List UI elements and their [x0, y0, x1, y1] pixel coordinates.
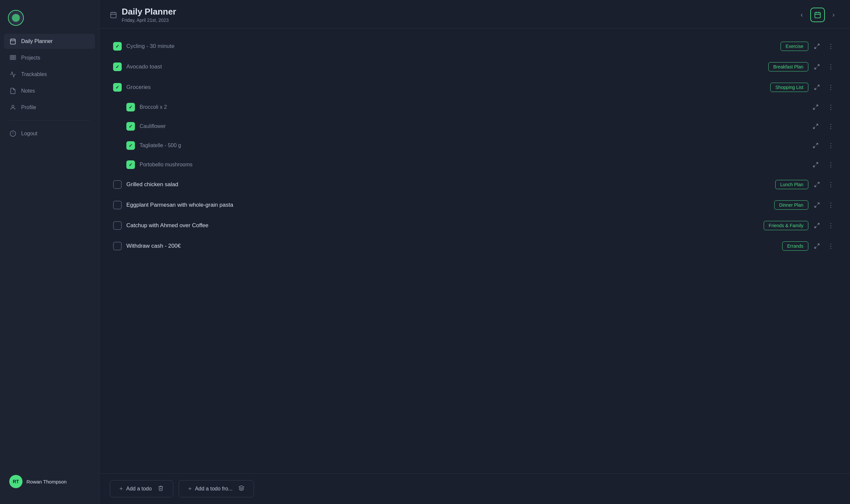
logo-area [0, 6, 99, 34]
add-todo-button[interactable]: + Add a todo [110, 480, 173, 498]
svg-rect-7 [10, 58, 12, 59]
expand-cycling[interactable] [812, 41, 822, 52]
expand-grilled-chicken[interactable] [812, 179, 822, 190]
sidebar: Daily Planner Projects Trackables [0, 0, 99, 504]
checkbox-withdraw[interactable] [113, 242, 122, 250]
groceries-sub-items: ✓ Broccoli x 2 ⋮ ✓ Cauliflower [110, 98, 839, 174]
more-withdraw[interactable]: ⋮ [826, 241, 836, 251]
todo-actions-withdraw: Errands ⋮ [782, 241, 836, 251]
sub-text-broccoli: Broccoli x 2 [140, 104, 806, 110]
sidebar-user-section: RT Rowan Thompson [0, 471, 99, 498]
sidebar-item-label: Projects [21, 55, 40, 61]
logout-button[interactable]: Logout [4, 126, 95, 141]
more-broccoli[interactable]: ⋮ [826, 102, 836, 112]
checkmark-icon: ✓ [115, 64, 120, 69]
sub-text-portobello: Portobello mushrooms [140, 162, 806, 168]
checkbox-portobello[interactable]: ✓ [126, 160, 135, 169]
checkmark-icon: ✓ [129, 105, 133, 110]
svg-rect-6 [14, 56, 16, 57]
svg-line-30 [816, 124, 818, 126]
add-from-button[interactable]: + Add a todo fro... [179, 480, 254, 498]
add-from-label: Add a todo fro... [195, 486, 233, 492]
sidebar-item-daily-planner[interactable]: Daily Planner [4, 34, 95, 49]
header-date: Friday, April 21st, 2023 [122, 18, 176, 23]
expand-groceries[interactable] [812, 82, 822, 93]
sub-text-tagliatelle: Tagliatelle - 500 g [140, 143, 806, 148]
more-grilled-chicken[interactable]: ⋮ [826, 179, 836, 190]
todo-actions-avocado: Breakfast Plan ⋮ [768, 61, 836, 72]
sidebar-item-projects[interactable]: Projects [4, 50, 95, 66]
tag-dinner: Dinner Plan [774, 200, 808, 210]
expand-tagliatelle[interactable] [810, 140, 821, 151]
checkbox-cauliflower[interactable]: ✓ [126, 122, 135, 131]
todo-content: ✓ Cycling - 30 minute Exercise ⋮ ✓ [99, 29, 850, 473]
expand-catchup[interactable] [812, 220, 822, 231]
sub-item-portobello: ✓ Portobello mushrooms ⋮ [123, 156, 839, 174]
checkbox-cycling[interactable]: ✓ [113, 42, 122, 51]
sidebar-item-notes[interactable]: Notes [4, 83, 95, 98]
svg-rect-18 [815, 12, 820, 18]
more-groceries[interactable]: ⋮ [826, 82, 836, 93]
nav-divider [9, 120, 90, 121]
checkbox-avocado[interactable]: ✓ [113, 62, 122, 71]
svg-rect-5 [12, 56, 14, 57]
calendar-button[interactable] [810, 7, 825, 22]
header-left: Daily Planner Friday, April 21st, 2023 [110, 6, 176, 23]
user-profile: RT Rowan Thompson [4, 471, 95, 492]
prev-button[interactable]: ‹ [796, 9, 808, 21]
svg-line-27 [815, 88, 816, 90]
todo-item-groceries: ✓ Groceries Shopping List ⋮ [110, 77, 839, 97]
sidebar-item-trackables[interactable]: Trackables [4, 67, 95, 82]
expand-cauliflower[interactable] [810, 121, 821, 132]
next-button[interactable]: › [828, 9, 839, 21]
todo-item-cycling: ✓ Cycling - 30 minute Exercise ⋮ [110, 36, 839, 56]
checkbox-tagliatelle[interactable]: ✓ [126, 141, 135, 150]
more-cycling[interactable]: ⋮ [826, 41, 836, 52]
todo-text-eggplant: Eggplant Parmesan with whole-grain pasta [126, 202, 770, 208]
sidebar-item-label: Daily Planner [21, 38, 53, 44]
logout-icon [9, 130, 17, 137]
sidebar-item-label: Trackables [21, 71, 47, 77]
checkbox-groceries[interactable]: ✓ [113, 83, 122, 92]
more-tagliatelle[interactable]: ⋮ [826, 140, 836, 151]
checkmark-icon: ✓ [129, 162, 133, 167]
more-cauliflower[interactable]: ⋮ [826, 121, 836, 132]
expand-eggplant[interactable] [812, 200, 822, 210]
avatar: RT [9, 475, 22, 488]
more-avocado[interactable]: ⋮ [826, 61, 836, 72]
checkmark-icon: ✓ [129, 143, 133, 148]
checkbox-broccoli[interactable]: ✓ [126, 103, 135, 111]
sidebar-item-label: Notes [21, 88, 35, 94]
todo-text-avocado: Avocado toast [126, 64, 764, 70]
todo-item-grilled-chicken: Grilled chicken salad Lunch Plan ⋮ [110, 175, 839, 195]
svg-rect-0 [11, 39, 16, 44]
expand-withdraw[interactable] [812, 241, 822, 251]
more-eggplant[interactable]: ⋮ [826, 200, 836, 210]
todo-actions-eggplant: Dinner Plan ⋮ [774, 200, 836, 210]
checkbox-grilled-chicken[interactable] [113, 180, 122, 189]
checkbox-eggplant[interactable] [113, 201, 122, 209]
plus-icon-2: + [188, 485, 192, 492]
svg-line-33 [813, 146, 815, 148]
todo-item-eggplant: Eggplant Parmesan with whole-grain pasta… [110, 195, 839, 215]
svg-point-10 [12, 105, 14, 107]
todo-actions-catchup: Friends & Family ⋮ [764, 220, 836, 231]
checkbox-catchup[interactable] [113, 221, 122, 230]
svg-line-41 [815, 226, 816, 228]
notes-icon [9, 87, 17, 94]
expand-portobello[interactable] [810, 159, 821, 170]
sub-item-broccoli: ✓ Broccoli x 2 ⋮ [123, 98, 839, 116]
tag-exercise: Exercise [780, 42, 808, 51]
todo-text-groceries: Groceries [126, 84, 766, 91]
footer: + Add a todo + Add a todo fro... [99, 473, 850, 504]
more-portobello[interactable]: ⋮ [826, 159, 836, 170]
svg-line-42 [818, 244, 819, 246]
planner-icon [110, 11, 117, 19]
svg-line-32 [816, 143, 818, 145]
svg-line-25 [815, 68, 816, 69]
main-header: Daily Planner Friday, April 21st, 2023 ‹… [99, 0, 850, 29]
sidebar-item-profile[interactable]: Profile [4, 100, 95, 115]
expand-avocado[interactable] [812, 61, 822, 72]
more-catchup[interactable]: ⋮ [826, 220, 836, 231]
expand-broccoli[interactable] [810, 102, 821, 112]
